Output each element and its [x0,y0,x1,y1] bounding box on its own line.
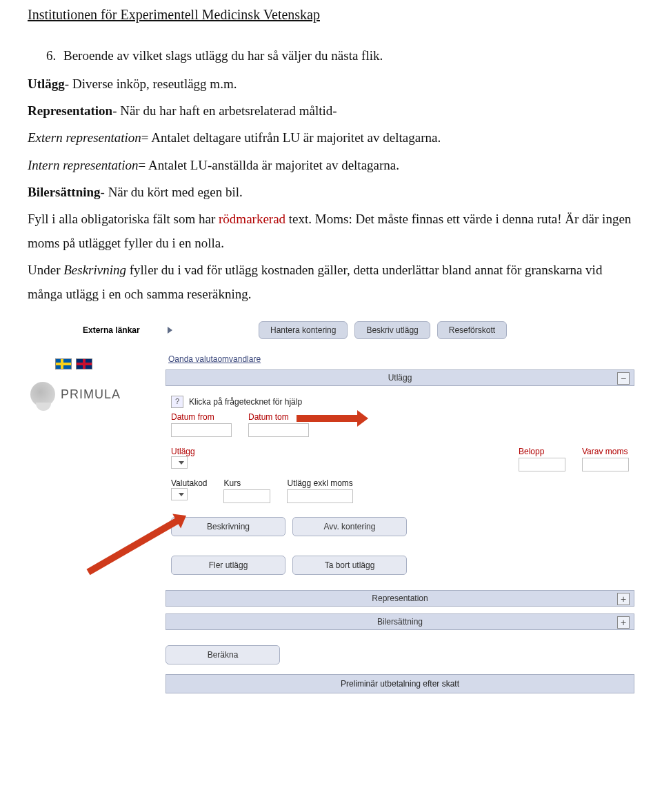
expand-icon[interactable] [617,593,630,605]
term-utlagg: Utlägg [28,77,65,91]
logo: PRIMULA [28,382,145,407]
section-bilersattning-title: Bilersättning [377,617,423,627]
label-utlagg-exkl: Utlägg exkl moms [287,478,353,488]
btn-hantera-kontering[interactable]: Hantera kontering [259,321,348,339]
prelim-bar: Preliminär utbetalning efter skatt [166,674,634,693]
section-representation-bar[interactable]: Representation [166,590,634,607]
input-datum-from[interactable] [171,423,232,437]
select-valutakod[interactable] [171,488,188,500]
section-representation-title: Representation [372,593,428,603]
term-intern-representation: Intern representation [28,158,139,172]
section-bilersattning-bar[interactable]: Bilersättning [166,613,634,630]
term-extern-representation: Extern representation [28,130,141,145]
label-valutakod: Valutakod [171,478,207,488]
input-datum-tom[interactable] [248,423,309,437]
label-belopp: Belopp [519,447,565,456]
flag-se-icon[interactable] [55,358,72,369]
btn-fler-utlagg[interactable]: Fler utlägg [171,556,285,575]
select-utlagg[interactable] [171,456,188,469]
paragraph-oblig: Fyll i alla obligatoriska fält som har r… [28,207,634,255]
input-belopp[interactable] [519,458,565,471]
expand-icon[interactable] [168,327,172,334]
label-varav-moms: Varav moms [582,447,629,456]
btn-reseforskott[interactable]: Reseförskott [437,321,507,339]
btn-berakna[interactable]: Beräkna [166,645,280,664]
logo-text: PRIMULA [61,387,121,402]
btn-avv-kontering[interactable]: Avv. kontering [292,517,407,536]
input-utlagg-exkl[interactable] [287,489,353,503]
arrow-annotation-icon [297,415,359,422]
expand-icon[interactable] [617,616,630,629]
term-representation: Representation [28,103,112,118]
flag-uk-icon[interactable] [76,358,92,369]
step-6: Beroende av vilket slags utlägg du har s… [59,43,634,68]
section-utlagg-title: Utlägg [388,373,412,383]
section-utlagg-bar: Utlägg [166,369,634,386]
logo-icon [30,382,55,407]
app-screenshot: Externa länkar Hantera kontering Beskriv… [28,321,634,693]
label-utlagg: Utlägg [171,447,195,456]
input-varav-moms[interactable] [582,458,629,471]
collapse-icon[interactable] [617,372,630,385]
link-oanda[interactable]: Oanda valutaomvandlare [168,354,261,364]
btn-beskriv-utlagg[interactable]: Beskriv utlägg [354,321,430,339]
help-text: Klicka på frågetecknet för hjälp [189,397,302,407]
input-kurs[interactable] [223,489,270,503]
page-title: Institutionen för Experimentell Medicins… [28,0,634,43]
document-body: Beroende av vilket slags utlägg du har s… [28,43,634,306]
help-icon[interactable]: ? [171,396,183,408]
arrow-annotation-icon [87,518,180,576]
external-links-label: Externa länkar [83,325,140,335]
label-kurs: Kurs [223,478,270,488]
paragraph-beskrivning: Under Beskrivning fyller du i vad för ut… [28,258,634,306]
label-datum-from: Datum from [171,412,232,422]
btn-ta-bort-utlagg[interactable]: Ta bort utlägg [292,556,407,575]
term-bilersattning: Bilersättning [28,185,101,199]
